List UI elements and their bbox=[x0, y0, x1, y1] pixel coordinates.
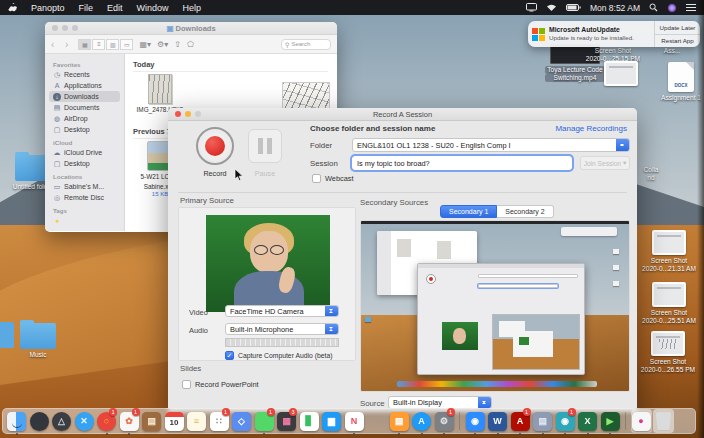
dock-icon-art: ▆ bbox=[322, 412, 341, 431]
update-later-button[interactable]: Update Later bbox=[655, 21, 700, 34]
gallery-view-button[interactable]: ▭ bbox=[120, 39, 133, 50]
restart-app-button[interactable]: Restart App bbox=[655, 34, 700, 48]
desktop-icon-colla[interactable]: Colland bbox=[634, 164, 668, 182]
dock-icon-trash[interactable] bbox=[653, 409, 674, 433]
sidebar-row[interactable]: iCloud bbox=[53, 139, 120, 146]
dock-icon-contacts[interactable]: ▤ bbox=[141, 409, 162, 433]
sidebar-row-sb-documents[interactable]: ▤ Documents bbox=[49, 102, 120, 113]
dock-icon-word[interactable]: W bbox=[487, 409, 508, 433]
desktop-icon-art bbox=[651, 331, 685, 356]
desktop-icon-assignment[interactable]: DOCX Assignment 1 bbox=[660, 62, 702, 102]
dock-icon-messages[interactable]: 1 bbox=[254, 409, 275, 433]
notification-autoupdate[interactable]: Microsoft AutoUpdate Update is ready to … bbox=[528, 21, 700, 47]
group-button[interactable]: ▦▾ bbox=[139, 40, 151, 49]
dialog-titlebar[interactable]: Record A Session bbox=[168, 108, 637, 121]
dock-icon-zoom[interactable]: ◉ bbox=[465, 409, 486, 433]
dock-icon[interactable] bbox=[456, 409, 463, 433]
dock-icon-downloads-stack[interactable]: ● bbox=[631, 409, 652, 433]
dock-icon-dark-sphere[interactable] bbox=[29, 409, 50, 433]
capture-audio-checkbox[interactable]: ✓ bbox=[225, 351, 234, 360]
sidebar-row[interactable]: Locations bbox=[53, 173, 120, 180]
back-forward-buttons[interactable]: ‹ › bbox=[51, 39, 72, 50]
siri-icon[interactable] bbox=[667, 3, 677, 13]
dock-icon-news[interactable]: N bbox=[344, 409, 365, 433]
display-icon[interactable] bbox=[526, 3, 537, 12]
menu-clock[interactable]: Mon 8:52 AM bbox=[590, 3, 640, 13]
audio-select[interactable]: Built-in Microphone bbox=[225, 323, 339, 335]
webcast-checkbox[interactable] bbox=[312, 174, 321, 183]
dropdown-arrows-icon bbox=[325, 324, 338, 334]
apple-menu-icon[interactable] bbox=[8, 3, 17, 13]
menu-item-file[interactable]: File bbox=[79, 3, 94, 13]
desktop-icon-shot-plain[interactable] bbox=[601, 61, 641, 88]
sidebar-row-sb-downloads[interactable]: ↓ Downloads bbox=[49, 91, 120, 102]
share-button[interactable]: ⇧ bbox=[174, 40, 181, 49]
dock-icon-launchpad[interactable]: △ bbox=[51, 409, 72, 433]
list-view-button[interactable]: ≡ bbox=[92, 39, 105, 50]
menu-item-help[interactable]: Help bbox=[183, 3, 202, 13]
video-select[interactable]: FaceTime HD Camera bbox=[225, 305, 339, 317]
action-gear-button[interactable]: ⚙▾ bbox=[157, 40, 168, 49]
manage-recordings-link[interactable]: Manage Recordings bbox=[555, 124, 627, 133]
dock-icon-excel[interactable]: X bbox=[577, 409, 598, 433]
sidebar-row-sb-sabines-m[interactable]: ▭ Sabine's M... bbox=[49, 181, 120, 192]
tags-button[interactable]: ⬠ bbox=[187, 40, 194, 49]
folder-select[interactable]: ENGL&101 OL1 1238 - SU20 - English Comp … bbox=[352, 138, 630, 152]
desktop-icon-ss-2655[interactable]: Screen Shot2020-0...26.55 PM bbox=[638, 331, 698, 374]
dock-icon-calendar[interactable]: 10 bbox=[164, 409, 185, 433]
tab-secondary-2[interactable]: Secondary 2 bbox=[497, 205, 553, 218]
dock-icon-finder[interactable] bbox=[6, 409, 27, 433]
dock-icon-system-preferences[interactable]: ⚙ 1 bbox=[434, 409, 455, 433]
dock-icon-app-store[interactable]: A bbox=[411, 409, 432, 433]
wifi-icon[interactable] bbox=[546, 3, 557, 12]
notification-center-icon[interactable] bbox=[686, 3, 696, 12]
dock-icon-panopto[interactable]: ▶ bbox=[600, 409, 621, 433]
sidebar-row[interactable]: Favorites bbox=[53, 61, 120, 68]
sidebar-row-sb-applications[interactable]: A Applications bbox=[49, 80, 120, 91]
dock-icon-media[interactable]: ▦ 3 bbox=[276, 409, 297, 433]
sidebar-row-sb-recents[interactable]: ◷ Recents bbox=[49, 69, 120, 80]
dock-icon-photos[interactable]: ✿ 1 bbox=[119, 409, 140, 433]
dock-icon-notes[interactable]: ≡ bbox=[186, 409, 207, 433]
dock-icon-acrobat[interactable]: A 1 bbox=[510, 409, 531, 433]
dock-icon-wallet-cards[interactable]: ▤ bbox=[532, 409, 553, 433]
dock-icon-reminders[interactable]: ∷ 1 bbox=[209, 409, 230, 433]
dock-icon-art bbox=[625, 412, 626, 430]
sidebar-row-sb-icloud-drive[interactable]: ☁ iCloud Drive bbox=[49, 147, 120, 158]
pause-button[interactable] bbox=[248, 129, 282, 163]
desktop-icon-ss-2551[interactable]: Screen Shot2020-0...25.51 AM bbox=[640, 282, 698, 325]
dock-icon-books[interactable]: ▤ bbox=[389, 409, 410, 433]
sidebar-row-sb-desktop[interactable]: ▢ Desktop bbox=[49, 124, 120, 135]
sidebar-row[interactable]: Tags bbox=[53, 207, 120, 214]
dock-icon-chrome[interactable]: ○ 1 bbox=[96, 409, 117, 433]
dock-icon-safari[interactable]: ✕ bbox=[74, 409, 95, 433]
dock-icon-video-chat[interactable]: ◉ 1 bbox=[555, 409, 576, 433]
menu-item-edit[interactable]: Edit bbox=[107, 3, 123, 13]
icon-view-button[interactable]: ▦ bbox=[78, 39, 91, 50]
menu-item-window[interactable]: Window bbox=[137, 3, 169, 13]
dock-icon[interactable] bbox=[622, 409, 629, 433]
desktop-icon-music[interactable]: Music bbox=[8, 323, 68, 359]
desktop-icon-ss-2131[interactable]: Screen Shot2020-0...21.31 AM bbox=[640, 230, 698, 273]
record-button[interactable] bbox=[196, 127, 234, 165]
session-name-input[interactable]: Is my topic too broad? bbox=[352, 156, 572, 170]
join-session-button[interactable]: Join Session▾ bbox=[580, 156, 630, 170]
sidebar-row-sb-airdrop[interactable]: ◍ AirDrop bbox=[49, 113, 120, 124]
record-session-dialog[interactable]: Record A Session Record Pause Choose fol… bbox=[168, 108, 637, 412]
dock-icon-numbers[interactable]: ▊ bbox=[299, 409, 320, 433]
caret-down-icon: ▾ bbox=[623, 159, 626, 167]
record-powerpoint-checkbox[interactable] bbox=[182, 380, 191, 389]
sidebar-item-label: iCloud Drive bbox=[64, 149, 102, 156]
spotlight-search-icon[interactable] bbox=[649, 3, 658, 12]
sidebar-row-sb-remote-disc[interactable]: ◎ Remote Disc bbox=[49, 192, 120, 203]
battery-icon[interactable] bbox=[566, 4, 581, 12]
finder-titlebar[interactable]: ▣ Downloads bbox=[45, 22, 337, 35]
dock-icon-keynote[interactable]: ▆ bbox=[321, 409, 342, 433]
tab-secondary-1[interactable]: Secondary 1 bbox=[440, 205, 497, 218]
sidebar-row-sb-icloud-desktop[interactable]: ▢ Desktop bbox=[49, 158, 120, 169]
menu-item-panopto[interactable]: Panopto bbox=[31, 3, 65, 13]
column-view-button[interactable]: ▥ bbox=[106, 39, 119, 50]
finder-search-field[interactable]: ⚲Search bbox=[281, 39, 331, 50]
sidebar-row-sb-yellow[interactable]: ● bbox=[49, 215, 120, 226]
dock-icon-blue-utility[interactable]: ◇ bbox=[231, 409, 252, 433]
